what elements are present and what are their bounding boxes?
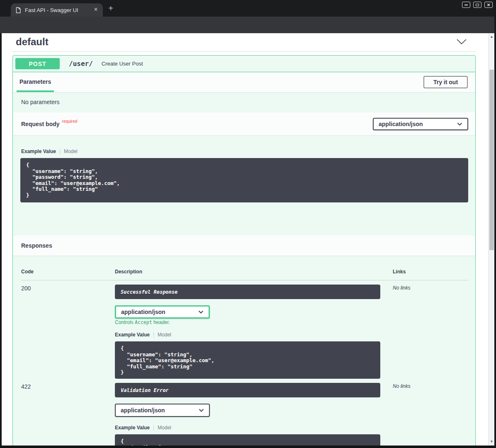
try-it-out-button[interactable]: Try it out (423, 76, 468, 88)
required-flag: required (62, 119, 78, 124)
chevron-down-icon (198, 310, 204, 314)
page-scrollbar[interactable]: ▲ ▼ (488, 33, 494, 446)
request-body-title: Request body (21, 121, 60, 127)
response-422-description: Validation Error (115, 383, 380, 397)
parameters-header: Parameters Try it out (13, 73, 475, 92)
responses-title: Responses (21, 242, 52, 249)
request-media-type-value: application/json (379, 121, 423, 127)
tab-separator (153, 332, 154, 338)
tag-section-title: default (16, 36, 49, 48)
tab-example-value[interactable]: Example Value (115, 332, 150, 338)
tab-model[interactable]: Model (158, 425, 171, 431)
no-parameters-text: No parameters (21, 99, 60, 105)
window-right-frame (494, 0, 496, 448)
request-media-type-select[interactable]: application/json (373, 118, 468, 130)
browser-tab[interactable]: Fast API - Swagger UI × (11, 3, 103, 17)
window-close-button[interactable]: × (484, 2, 493, 8)
tab-example-value[interactable]: Example Value (115, 425, 150, 431)
request-body-header: Request body required application/json (13, 112, 475, 135)
endpoint-path: /user/ (69, 60, 93, 68)
page-favicon-icon (16, 7, 21, 13)
accept-media-type-value: application/json (121, 309, 165, 315)
tag-section-header[interactable]: default (2, 33, 488, 51)
scroll-down-icon[interactable]: ▼ (489, 438, 495, 445)
response-422-example-code: { "detail": [ (115, 434, 380, 446)
response-422-media-type-select[interactable]: application/json (115, 404, 210, 417)
response-code-422: 422 (21, 383, 31, 390)
minimize-icon (464, 5, 468, 5)
close-icon: × (487, 3, 490, 7)
accept-media-type-select[interactable]: application/json (115, 305, 210, 319)
opblock-post-user: POST /user/ Create User Post Parameters … (12, 55, 476, 446)
maximize-icon (476, 4, 479, 6)
response-422-media-type-value: application/json (121, 407, 165, 414)
tab-model[interactable]: Model (64, 149, 78, 154)
tab-example-value[interactable]: Example Value (21, 149, 56, 154)
response-200-example-code: { "username": "string", "email": "user@e… (115, 341, 380, 379)
table-header-divider (21, 280, 468, 280)
window-bottom-frame (0, 446, 496, 448)
column-code: Code (21, 269, 34, 275)
response-200-description: Successful Response (115, 285, 380, 299)
response-200-links: No links (393, 285, 411, 291)
collapse-chevron-icon[interactable] (456, 39, 467, 46)
chevron-down-icon (199, 409, 204, 412)
response-422-links: No links (393, 383, 411, 389)
response-200-example-tabs: Example Value Model (115, 332, 171, 338)
scroll-up-icon[interactable]: ▲ (489, 33, 495, 40)
tab-separator (153, 425, 154, 431)
response-422-example-tabs: Example Value Model (115, 425, 171, 431)
browser-toolbar: 127.0.0.1:8000/docs ☆ (0, 17, 496, 33)
chevron-down-icon (457, 122, 462, 126)
opblock-summary[interactable]: POST /user/ Create User Post (13, 56, 475, 72)
window-minimize-button[interactable] (462, 2, 470, 8)
new-tab-button[interactable]: + (106, 4, 115, 13)
tab-parameters[interactable]: Parameters (17, 73, 54, 92)
tab-separator (60, 149, 60, 154)
column-links: Links (393, 269, 406, 275)
tab-title: Fast API - Swagger UI (25, 7, 92, 13)
section-divider (12, 51, 476, 52)
response-code-200: 200 (21, 285, 31, 292)
swagger-page: default POST /user/ Create User Post Par… (2, 33, 488, 446)
scrollbar-thumb[interactable] (489, 70, 494, 250)
request-example-code: { "username": "string", "password": "str… (20, 158, 468, 202)
tab-model[interactable]: Model (158, 332, 171, 338)
endpoint-summary: Create User Post (102, 61, 143, 67)
tab-close-icon[interactable]: × (92, 6, 100, 14)
column-description: Description (115, 269, 142, 275)
method-badge: POST (15, 58, 60, 69)
tab-strip: Fast API - Swagger UI × + × (0, 0, 496, 17)
responses-header: Responses (13, 236, 475, 256)
request-example-tabs: Example Value Model (21, 149, 78, 154)
window-maximize-button[interactable] (473, 2, 481, 8)
parameters-title: Parameters (19, 78, 51, 85)
accept-header-note: Controls Accept header. (115, 319, 170, 325)
